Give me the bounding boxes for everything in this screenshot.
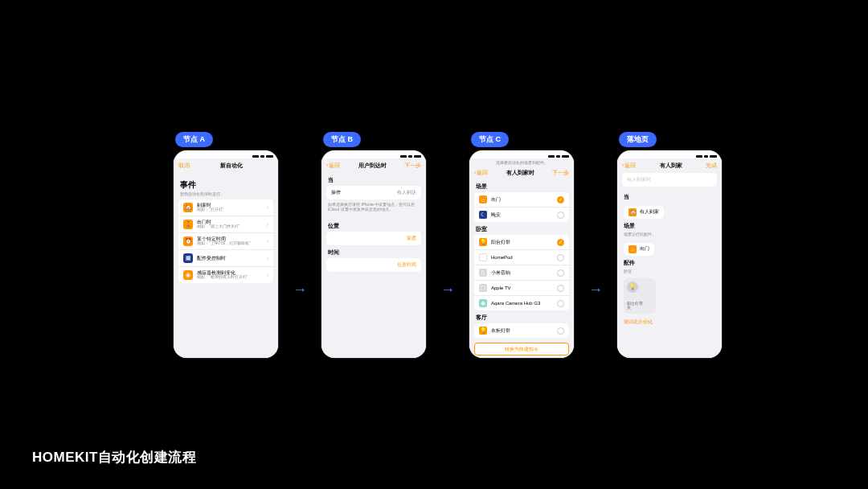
event-time[interactable]: ⏰ 某个特定时间例如："上午7:00，打开咖啡机" ›	[178, 233, 273, 250]
event-arrive[interactable]: 🏠 到家时例如："打开灯" ›	[178, 199, 273, 216]
scene-out[interactable]: ⌂ 出门	[474, 192, 569, 208]
scene-list: ⌂ 出门 ☾ 晚安	[474, 192, 569, 222]
flow-row: 节点 A 取消 新自动化 事件 想在自动化在何时进行。 🏠 到家时例如："打开灯…	[174, 132, 722, 358]
accessory-card[interactable]: 💡 阳台灯带 关	[624, 278, 656, 314]
radio-on-icon[interactable]	[557, 196, 564, 203]
operation-row[interactable]: 操作 有人到达	[326, 186, 421, 199]
node-c: 节点 C 选择要自动化的场景和配件。 返回 有人到家时 下一步 场景 ⌂ 出门	[469, 132, 574, 358]
living-heading: 客厅	[469, 310, 574, 323]
loc-value: 家庭	[407, 235, 416, 242]
time-heading: 时间	[321, 245, 426, 258]
chevron-icon: ›	[267, 222, 268, 228]
phone-b: 返回 用户到达时 下一步 当 操作 有人到达 如果选择执行请在 iPhone 中…	[321, 150, 426, 358]
speaker-icon: ▯	[479, 269, 487, 277]
nav-cancel[interactable]: 取消	[178, 162, 190, 170]
radio-off-icon[interactable]	[557, 254, 564, 261]
chevron-icon: ›	[267, 256, 268, 261]
scene-sub: 场景运行此配件。	[617, 232, 722, 240]
note-text: 如果选择执行请在 iPhone 中设置地点，您可以在 iCloud 设置中更改并…	[321, 199, 426, 215]
nav-title: 有人到家	[660, 162, 682, 170]
phone-c: 选择要自动化的场景和配件。 返回 有人到家时 下一步 场景 ⌂ 出门	[469, 150, 574, 358]
nav-title: 新自动化	[220, 162, 243, 170]
radio-off-icon[interactable]	[557, 212, 564, 219]
time-list: 任意时间	[326, 258, 421, 272]
radio-on-icon[interactable]	[557, 239, 564, 246]
scene-goodnight[interactable]: ☾ 晚安	[474, 208, 569, 222]
scene-heading: 场景	[469, 179, 574, 192]
moon-icon: ☾	[479, 211, 487, 219]
acc-apple-tv[interactable]: ▢ Apple TV	[474, 281, 569, 296]
acc-heading: 配件	[617, 256, 722, 269]
nav-bar: 返回 用户到达时 下一步	[321, 158, 426, 173]
loc-row[interactable]: 家庭	[326, 232, 421, 245]
test-automation-link[interactable]: 测试此自动化	[617, 314, 722, 331]
row-title: Aqara Camera Hub G3	[491, 301, 553, 306]
node-b: 节点 B 返回 用户到达时 下一步 当 操作 有人到达	[321, 132, 426, 358]
acc-sub: 卧室	[617, 269, 722, 277]
acc-mi-speaker[interactable]: ▯ 小米音响	[474, 265, 569, 281]
person-leave-icon: 🚶	[183, 220, 193, 229]
nav-next[interactable]: 下一步	[552, 170, 569, 177]
arrow-icon: →	[436, 281, 460, 298]
acc-closet-light[interactable]: 💡 衣柜灯带	[474, 323, 569, 338]
event-leave[interactable]: 🚶 出门时例如："锁上大门并关灯" ›	[178, 216, 273, 233]
node-d-label: 落地页	[619, 132, 657, 147]
node-d: 落地页 返回 有人到家 完成 有人到家时 当 🏠 有人到家 场景	[617, 132, 722, 358]
name-input[interactable]: 有人到家时	[622, 173, 717, 187]
row-title: 阳台灯带	[491, 240, 553, 245]
op-title: 操作	[331, 190, 393, 195]
acc-homepod[interactable]: ● HomePod	[474, 250, 569, 265]
person-arrive-icon: 🏠	[628, 208, 637, 216]
convert-shortcut-button[interactable]: 转换为快捷指令	[474, 343, 569, 355]
acc-state: 关	[627, 306, 653, 310]
nav-back[interactable]: 返回	[622, 162, 636, 170]
arrow-icon: →	[583, 281, 608, 298]
radio-off-icon[interactable]	[557, 269, 564, 277]
nav-back[interactable]: 返回	[326, 162, 340, 170]
nav-title: 用户到达时	[358, 162, 387, 170]
radio-off-icon[interactable]	[557, 285, 564, 292]
grid-icon: ▦	[183, 253, 193, 263]
sensor-icon: ◉	[183, 270, 193, 280]
acc-balcony-light[interactable]: 💡 阳台灯带	[474, 235, 569, 250]
event-accessory[interactable]: ▦ 配件受控制时 ›	[178, 250, 273, 267]
top-note: 选择要自动化的场景和配件。	[469, 158, 574, 166]
radio-off-icon[interactable]	[557, 300, 564, 307]
row-title: HomePod	[491, 255, 553, 261]
events-list: 🏠 到家时例如："打开灯" › 🚶 出门时例如："锁上大门并关灯" › ⏰ 某个…	[178, 199, 273, 283]
nav-done[interactable]: 完成	[706, 162, 717, 170]
when-pill[interactable]: 🏠 有人到家	[624, 206, 664, 219]
row-title: Apple TV	[491, 286, 553, 291]
nav-back[interactable]: 返回	[474, 170, 488, 177]
appletv-icon: ▢	[479, 284, 487, 292]
time-row[interactable]: 任意时间	[326, 258, 421, 272]
event-sensor[interactable]: ◉ 感应器检测到变化例如："检测到有人时打开灯" ›	[178, 267, 273, 283]
pill-label: 有人到家	[640, 208, 659, 216]
row-sub: 例如："锁上大门并关灯"	[197, 225, 263, 229]
nav-bar: 返回 有人到家 完成	[617, 158, 722, 173]
acc-aqara-cam[interactable]: ◉ Aqara Camera Hub G3	[474, 296, 569, 310]
events-sub: 想在自动化在何时进行。	[174, 191, 278, 199]
pill-label: 出门	[640, 245, 649, 253]
chevron-icon: ›	[267, 239, 268, 244]
when-heading: 当	[321, 173, 426, 186]
bulb-icon: 💡	[479, 238, 487, 246]
nav-next[interactable]: 下一步	[404, 162, 421, 170]
bedroom-list: 💡 阳台灯带 ● HomePod ▯ 小米音响	[474, 235, 569, 310]
loc-heading: 位置	[321, 215, 426, 232]
when-heading: 当	[617, 190, 722, 203]
person-arrive-icon: 🏠	[183, 203, 193, 212]
slide-caption: HOMEKIT自动化创建流程	[32, 448, 196, 466]
radio-off-icon[interactable]	[557, 327, 564, 335]
row-title: 配件受控制时	[197, 256, 263, 261]
row-title: 小米音响	[491, 270, 553, 276]
row-title: 晚安	[491, 212, 553, 218]
row-title: 出门	[491, 197, 553, 203]
home-leave-icon: ⌂	[479, 195, 487, 203]
row-sub: 例如："打开灯"	[197, 208, 263, 212]
when-list: 操作 有人到达	[326, 186, 421, 199]
op-value: 有人到达	[397, 189, 416, 196]
scene-pill[interactable]: ⌂ 出门	[624, 243, 654, 256]
row-sub: 例如："检测到有人时打开灯"	[197, 276, 263, 280]
loc-list: 家庭	[326, 232, 421, 245]
